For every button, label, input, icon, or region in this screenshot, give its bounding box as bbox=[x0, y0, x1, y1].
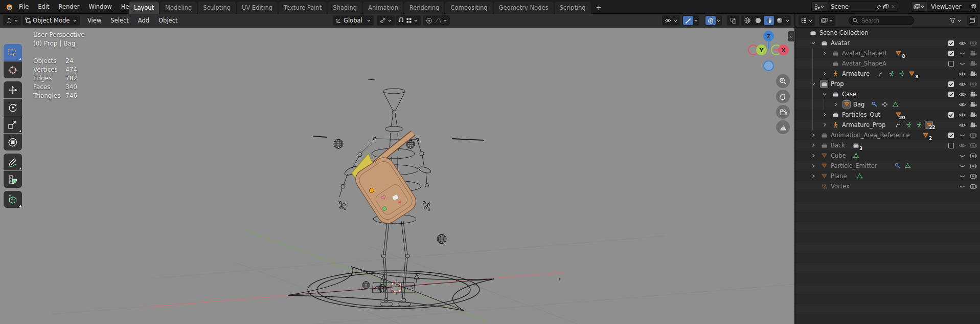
tab-scripting[interactable]: Scripting bbox=[555, 2, 591, 14]
viewport-menu-object[interactable]: Object bbox=[154, 17, 182, 24]
xray-toggle[interactable] bbox=[727, 15, 739, 26]
disable-render-toggle[interactable] bbox=[969, 121, 977, 129]
expander-closed-icon[interactable] bbox=[821, 70, 829, 78]
hide-viewport-toggle[interactable] bbox=[958, 39, 966, 47]
disable-render-toggle[interactable] bbox=[969, 100, 977, 109]
tab-sculpting[interactable]: Sculpting bbox=[198, 2, 236, 14]
expander-closed-icon[interactable] bbox=[821, 111, 829, 119]
outliner-item-label[interactable]: Particles_Out bbox=[842, 111, 880, 118]
tool-cursor[interactable] bbox=[4, 61, 22, 78]
viewport-menu-view[interactable]: View bbox=[83, 17, 106, 24]
gizmo-arrow-icon[interactable] bbox=[685, 17, 692, 24]
outliner-item-label[interactable]: Bag bbox=[853, 101, 864, 108]
gizmo-neg-z-axis[interactable] bbox=[763, 60, 774, 71]
outliner-item-label[interactable]: Animation_Area_Reference bbox=[831, 132, 910, 139]
expander-closed-icon[interactable] bbox=[809, 141, 817, 149]
outliner-row-bag[interactable]: Bag bbox=[795, 99, 980, 110]
display-mode-button[interactable] bbox=[819, 15, 835, 26]
blender-logo-icon[interactable] bbox=[5, 3, 13, 11]
disable-render-toggle[interactable] bbox=[969, 49, 977, 57]
add-workspace-button[interactable]: + bbox=[592, 2, 606, 14]
outliner-row-avatar-shapeb[interactable]: Avatar_ShapeB8 bbox=[795, 48, 980, 58]
magnet-icon[interactable] bbox=[398, 17, 404, 24]
outliner-row-plane[interactable]: Plane bbox=[795, 171, 980, 181]
outliner-row-prop[interactable]: Prop bbox=[795, 79, 980, 89]
overlays-toggle[interactable] bbox=[704, 15, 722, 26]
hide-viewport-toggle[interactable] bbox=[958, 182, 966, 190]
collection-checkbox-checked[interactable] bbox=[947, 39, 955, 47]
tab-shading[interactable]: Shading bbox=[328, 2, 362, 14]
gizmo-y-axis[interactable]: Y bbox=[756, 45, 767, 55]
orientation-dropdown[interactable]: Global bbox=[333, 15, 374, 26]
tool-select-box[interactable] bbox=[4, 44, 22, 61]
outliner-row-animation-area-reference[interactable]: Animation_Area_Reference2 bbox=[795, 130, 980, 140]
zoom-button[interactable] bbox=[776, 74, 790, 88]
tab-uv-editing[interactable]: UV Editing bbox=[237, 2, 278, 14]
collection-checkbox-checked[interactable] bbox=[947, 49, 955, 57]
tab-texture-paint[interactable]: Texture Paint bbox=[279, 2, 327, 14]
outliner-row-avatar-shapea[interactable]: Avatar_ShapeA bbox=[795, 58, 980, 69]
disable-render-toggle[interactable] bbox=[969, 162, 977, 170]
new-collection-button[interactable] bbox=[967, 15, 978, 26]
disable-render-toggle[interactable] bbox=[969, 90, 977, 98]
tool-annotate[interactable] bbox=[4, 154, 22, 170]
duplicate-icon[interactable] bbox=[970, 4, 976, 10]
tool-rotate[interactable] bbox=[4, 99, 22, 116]
filter-button[interactable] bbox=[947, 15, 964, 26]
viewlayer-name[interactable]: ViewLayer bbox=[927, 3, 968, 10]
collection-checkbox-unchecked[interactable] bbox=[947, 141, 955, 149]
overlays-sphere-icon[interactable] bbox=[708, 17, 714, 24]
outliner-row-scene-collection[interactable]: Scene Collection bbox=[795, 28, 980, 38]
gizmo-x-axis[interactable]: X bbox=[778, 45, 789, 55]
outliner-row-particles-out[interactable]: Particles_Out20 bbox=[795, 110, 980, 120]
viewport-menu-select[interactable]: Select bbox=[106, 17, 133, 24]
tab-rendering[interactable]: Rendering bbox=[404, 2, 445, 14]
hide-viewport-toggle[interactable] bbox=[958, 49, 966, 57]
tab-layout[interactable]: Layout bbox=[129, 2, 159, 14]
camera-view-button[interactable] bbox=[776, 105, 790, 119]
proportional-edit-group[interactable] bbox=[423, 15, 450, 26]
outliner-row-armature-prop[interactable]: Armature_Prop22 bbox=[795, 120, 980, 130]
nav-gizmo[interactable]: Z Y X bbox=[747, 31, 792, 75]
outliner-search-input[interactable] bbox=[849, 16, 914, 25]
disable-render-toggle[interactable] bbox=[969, 39, 977, 47]
viewlayer-selector[interactable]: ViewLayer bbox=[911, 2, 979, 12]
outliner-item-label[interactable]: Avatar_ShapeA bbox=[842, 60, 886, 67]
collection-checkbox-checked[interactable] bbox=[947, 111, 955, 119]
duplicate-icon[interactable] bbox=[883, 4, 889, 10]
disable-render-toggle[interactable] bbox=[969, 152, 977, 160]
menu-render[interactable]: Render bbox=[54, 0, 84, 13]
viewport-menu-add[interactable]: Add bbox=[133, 17, 154, 24]
tab-modeling[interactable]: Modeling bbox=[160, 2, 197, 14]
disable-render-toggle[interactable] bbox=[969, 111, 977, 119]
mode-dropdown[interactable]: Object Mode bbox=[22, 15, 80, 26]
pin-icon[interactable] bbox=[876, 4, 881, 10]
tab-animation[interactable]: Animation bbox=[363, 2, 403, 14]
hide-viewport-toggle[interactable] bbox=[958, 59, 966, 68]
outliner-item-label[interactable]: Avatar bbox=[831, 39, 850, 47]
expander-open-icon[interactable] bbox=[809, 39, 817, 47]
projection-toggle-button[interactable] bbox=[776, 120, 790, 134]
outliner-item-label[interactable]: Armature_Prop bbox=[842, 121, 885, 128]
gizmo-z-axis[interactable]: Z bbox=[763, 31, 774, 41]
hide-viewport-toggle[interactable] bbox=[958, 141, 966, 149]
shading-material-button[interactable] bbox=[764, 16, 774, 25]
snap-toggle-group[interactable] bbox=[396, 15, 421, 26]
hide-viewport-toggle[interactable] bbox=[958, 70, 966, 78]
menu-file[interactable]: File bbox=[14, 0, 33, 13]
expander-closed-icon[interactable] bbox=[809, 131, 817, 139]
sidebar-collapse-arrow[interactable]: ‹ bbox=[788, 31, 794, 41]
outliner-row-case[interactable]: Case bbox=[795, 89, 980, 99]
shading-wireframe-button[interactable] bbox=[742, 16, 753, 25]
hide-viewport-toggle[interactable] bbox=[958, 162, 966, 170]
outliner-item-label[interactable]: Vortex bbox=[831, 183, 850, 190]
xray-icon[interactable] bbox=[730, 17, 737, 24]
outliner-row-vortex[interactable]: Vortex bbox=[795, 181, 980, 191]
hide-viewport-toggle[interactable] bbox=[958, 111, 966, 119]
viewport-canvas[interactable] bbox=[0, 28, 794, 324]
tool-measure[interactable] bbox=[4, 171, 22, 188]
editor-type-button[interactable] bbox=[3, 15, 21, 26]
hide-viewport-toggle[interactable] bbox=[958, 152, 966, 160]
disable-render-toggle[interactable] bbox=[969, 182, 977, 190]
expander-closed-icon[interactable] bbox=[821, 49, 829, 57]
